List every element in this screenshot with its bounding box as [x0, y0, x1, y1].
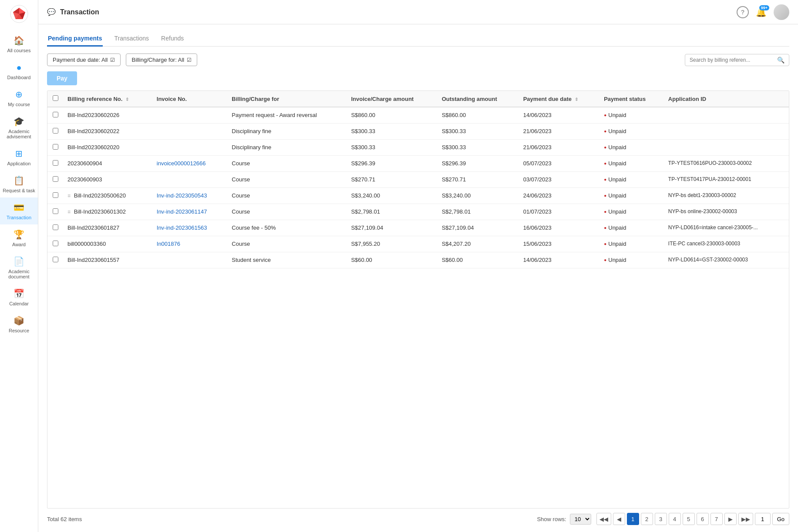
tab-refunds[interactable]: Refunds — [160, 31, 185, 47]
billing-charge-for-filter[interactable]: Billing/Charge for: All ☑ — [126, 54, 197, 66]
row-checkbox-cell[interactable] — [47, 220, 63, 236]
row-invoice-no[interactable]: In001876 — [152, 236, 228, 252]
row-checkbox[interactable] — [53, 224, 58, 230]
row-payment-status: ● Unpaid — [599, 172, 664, 188]
row-checkbox[interactable] — [53, 257, 58, 262]
table-row: ≡ Bill-Ind20230500620 Inv-ind-2023050543… — [47, 188, 789, 204]
page-jump-input[interactable] — [755, 513, 771, 525]
row-checkbox-cell[interactable] — [47, 107, 63, 124]
row-invoice-no — [152, 124, 228, 140]
row-checkbox[interactable] — [53, 144, 58, 150]
sidebar-item-transaction[interactable]: 💳 Transaction — [0, 197, 38, 224]
status-dot: ● — [604, 241, 606, 246]
pagination-page-4[interactable]: 4 — [669, 513, 681, 525]
row-checkbox[interactable] — [53, 112, 58, 117]
row-outstanding-amount: S$270.71 — [438, 172, 519, 188]
sidebar-item-award[interactable]: 🏆 Award — [0, 224, 38, 251]
row-invoice-no — [152, 172, 228, 188]
row-payment-status: ● Unpaid — [599, 204, 664, 220]
row-checkbox-cell[interactable] — [47, 124, 63, 140]
row-outstanding-amount: S$4,207.20 — [438, 236, 519, 252]
row-billing-charge-for: Course fee - 50% — [227, 220, 347, 236]
row-checkbox-cell[interactable] — [47, 188, 63, 204]
pagination-page-7[interactable]: 7 — [710, 513, 723, 525]
sidebar-item-calendar[interactable]: 📅 Calendar — [0, 284, 38, 311]
tab-transactions[interactable]: Transactions — [113, 31, 150, 47]
sidebar-item-academic-document[interactable]: 📄 Academic document — [0, 251, 38, 284]
sidebar-item-all-courses[interactable]: 🏠 All courses — [0, 30, 38, 57]
rows-per-page-select[interactable]: 10 20 50 — [570, 514, 591, 525]
row-checkbox[interactable] — [53, 176, 58, 182]
sidebar-item-dashboard[interactable]: ● Dashboard — [0, 57, 38, 84]
pagination: ◀◀ ◀ 1 2 3 4 5 6 7 ▶ ▶▶ Go — [596, 513, 789, 525]
home-icon: 🏠 — [13, 35, 25, 46]
pagination-prev[interactable]: ◀ — [613, 513, 625, 525]
show-rows-control: Show rows: 10 20 50 — [537, 514, 591, 525]
row-invoice-no — [152, 140, 228, 156]
pagination-page-1[interactable]: 1 — [627, 513, 639, 525]
row-checkbox-cell[interactable] — [47, 172, 63, 188]
row-checkbox[interactable] — [53, 241, 58, 246]
row-invoice-no[interactable]: Inv-ind-2023061147 — [152, 204, 228, 220]
row-checkbox[interactable] — [53, 192, 58, 198]
row-invoice-amount: S$2,798.01 — [347, 204, 437, 220]
header-billing-charge-for: Billing/Charge for — [227, 91, 347, 107]
row-invoice-amount: S$27,109.04 — [347, 220, 437, 236]
row-invoice-amount: S$7,955.20 — [347, 236, 437, 252]
sort-icon-due-date[interactable]: ⇕ — [575, 97, 578, 102]
pagination-page-5[interactable]: 5 — [683, 513, 695, 525]
row-application-id — [664, 140, 789, 156]
row-invoice-no[interactable]: invoice0000012666 — [152, 156, 228, 172]
sort-icon-billing-ref[interactable]: ⇕ — [125, 97, 129, 102]
pagination-next[interactable]: ▶ — [724, 513, 737, 525]
row-billing-charge-for: Student service — [227, 252, 347, 268]
pagination-last[interactable]: ▶▶ — [738, 513, 753, 525]
page-go-button[interactable]: Go — [772, 513, 789, 525]
row-invoice-no[interactable]: Inv-ind-2023050543 — [152, 188, 228, 204]
row-checkbox-cell[interactable] — [47, 236, 63, 252]
row-checkbox-cell[interactable] — [47, 252, 63, 268]
row-checkbox-cell[interactable] — [47, 204, 63, 220]
row-checkbox[interactable] — [53, 160, 58, 166]
row-payment-due-date: 14/06/2023 — [519, 252, 600, 268]
list-icon: ≡ — [67, 193, 71, 199]
status-dot: ● — [604, 177, 606, 182]
sidebar-item-resource[interactable]: 📦 Resource — [0, 311, 38, 338]
row-billing-ref: Bill-Ind20230602020 — [63, 140, 152, 156]
calendar-icon: 📅 — [13, 288, 25, 299]
row-payment-due-date: 05/07/2023 — [519, 156, 600, 172]
payment-due-date-filter[interactable]: Payment due date: All ☑ — [47, 54, 121, 66]
header-select-all[interactable] — [47, 91, 63, 107]
search-box[interactable]: 🔍 — [685, 54, 789, 66]
sidebar-item-request-task[interactable]: 📋 Request & task — [0, 171, 38, 197]
dashboard-icon: ● — [13, 62, 25, 73]
row-checkbox[interactable] — [53, 208, 58, 214]
search-input[interactable] — [690, 57, 774, 63]
sidebar-item-application[interactable]: ⊞ Application — [0, 144, 38, 171]
pay-button[interactable]: Pay — [47, 71, 77, 85]
select-all-checkbox[interactable] — [53, 95, 58, 101]
user-avatar[interactable] — [774, 4, 789, 20]
sidebar-item-my-course[interactable]: ⊕ My course — [0, 84, 38, 111]
status-dot: ● — [604, 129, 606, 134]
help-button[interactable]: ? — [737, 6, 749, 18]
page-title: Transaction — [60, 8, 732, 16]
topbar-title-icon: 💬 — [47, 8, 56, 16]
notifications-button[interactable]: 🔔 99+ — [756, 7, 767, 17]
app-logo[interactable] — [10, 4, 29, 23]
main-area: 💬 Transaction ? 🔔 99+ Pending payments T… — [38, 0, 798, 532]
tab-pending-payments[interactable]: Pending payments — [47, 31, 103, 47]
sidebar-item-academic-advisement[interactable]: 🎓 Academic advisement — [0, 111, 38, 144]
row-checkbox-cell[interactable] — [47, 156, 63, 172]
row-payment-due-date: 21/06/2023 — [519, 124, 600, 140]
pagination-page-2[interactable]: 2 — [641, 513, 653, 525]
row-checkbox-cell[interactable] — [47, 140, 63, 156]
row-billing-ref: bill0000003360 — [63, 236, 152, 252]
row-billing-charge-for: Course — [227, 156, 347, 172]
row-checkbox[interactable] — [53, 128, 58, 134]
pagination-page-6[interactable]: 6 — [697, 513, 709, 525]
pagination-first[interactable]: ◀◀ — [596, 513, 611, 525]
table-row: 20230600904 invoice0000012666 Course S$2… — [47, 156, 789, 172]
pagination-page-3[interactable]: 3 — [655, 513, 667, 525]
row-invoice-no[interactable]: Inv-ind-2023061563 — [152, 220, 228, 236]
